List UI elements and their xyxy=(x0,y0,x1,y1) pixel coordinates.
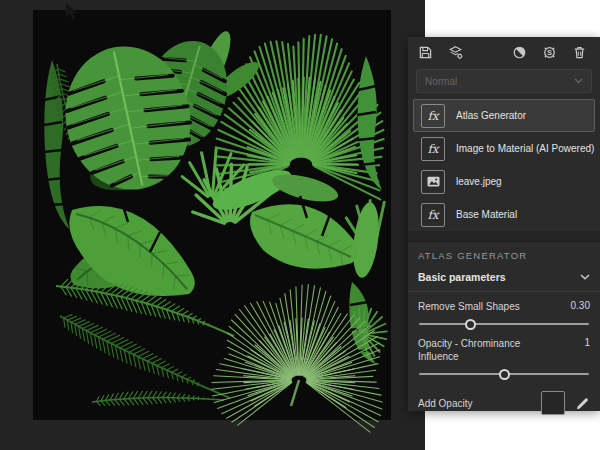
param-remove-small-shapes: Remove Small Shapes 0.30 xyxy=(418,300,590,313)
fx-icon: fx xyxy=(421,203,445,227)
add-layer-icon[interactable] xyxy=(448,45,463,60)
layer-label: Image to Material (AI Powered) xyxy=(456,143,594,154)
image-icon xyxy=(421,170,445,194)
layer-item-atlas-generator[interactable]: fx Atlas Generator xyxy=(413,99,595,132)
divider xyxy=(408,291,600,292)
panel-toolbar: S xyxy=(408,37,600,67)
param-opacity-chrominance: Opacity - Chrominance Influence 1 xyxy=(418,337,590,363)
param-value: 0.30 xyxy=(571,300,590,311)
pen-picker-icon[interactable] xyxy=(575,396,590,411)
mouse-cursor xyxy=(66,3,78,20)
layer-item-leave-jpeg[interactable]: leave.jpeg xyxy=(413,165,595,198)
layer-label: Base Material xyxy=(456,209,517,220)
param-label: Opacity - Chrominance Influence xyxy=(418,337,530,363)
layer-item-image-to-material[interactable]: fx Image to Material (AI Powered) xyxy=(413,132,595,165)
fx-icon: fx xyxy=(421,137,445,161)
param-value: 1 xyxy=(584,337,590,348)
properties-section: ATLAS GENERATOR Basic parameters Remove … xyxy=(408,242,600,415)
opacity-color-swatch[interactable] xyxy=(541,391,565,415)
layer-label: Atlas Generator xyxy=(456,110,526,121)
chevron-down-icon xyxy=(580,274,590,280)
svg-text:S: S xyxy=(547,48,552,57)
layers-properties-panel: S Normal fx Atlas Generator fx Image to … xyxy=(408,37,600,411)
save-icon[interactable] xyxy=(418,45,433,60)
remove-small-shapes-slider[interactable] xyxy=(419,319,589,329)
chevron-down-icon xyxy=(574,78,583,84)
blend-mode-value: Normal xyxy=(425,76,457,87)
layer-label: leave.jpeg xyxy=(456,176,502,187)
properties-title: ATLAS GENERATOR xyxy=(418,250,590,261)
add-mask-icon[interactable] xyxy=(512,45,527,60)
layer-list: fx Atlas Generator fx Image to Material … xyxy=(408,99,600,231)
leaves-atlas-image xyxy=(0,0,425,450)
delete-icon[interactable] xyxy=(572,45,587,60)
slider-handle[interactable] xyxy=(499,369,510,380)
viewport-canvas[interactable] xyxy=(0,0,425,450)
param-label: Add Opacity xyxy=(418,398,472,409)
opacity-chrominance-slider[interactable] xyxy=(419,369,589,379)
panel-section-divider xyxy=(408,231,600,242)
group-title: Basic parameters xyxy=(418,271,506,283)
smart-material-icon[interactable]: S xyxy=(542,45,557,60)
layer-item-base-material[interactable]: fx Base Material xyxy=(413,198,595,231)
blend-mode-dropdown[interactable]: Normal xyxy=(416,69,592,93)
param-label: Remove Small Shapes xyxy=(418,300,530,313)
basic-parameters-group[interactable]: Basic parameters xyxy=(418,271,590,283)
fx-icon: fx xyxy=(421,104,445,128)
slider-track[interactable] xyxy=(419,323,589,325)
slider-handle[interactable] xyxy=(465,319,476,330)
param-add-opacity: Add Opacity xyxy=(418,391,590,415)
